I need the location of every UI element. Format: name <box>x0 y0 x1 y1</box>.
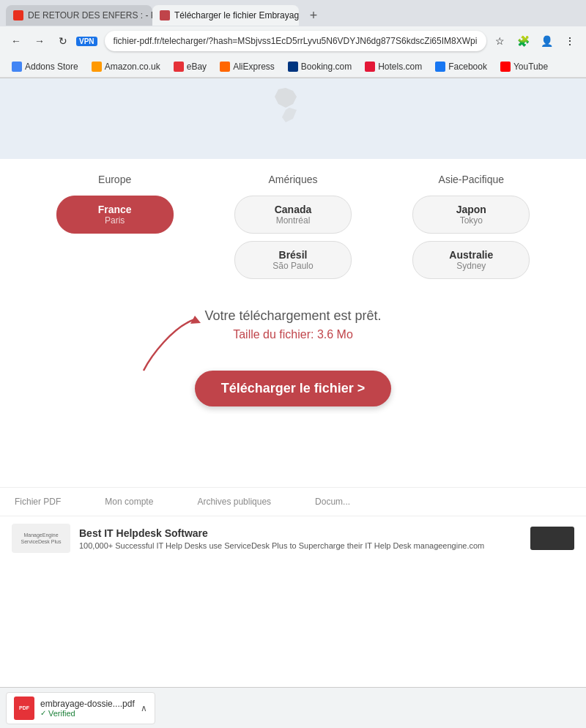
region-selector: Europe France Paris Amériques Canada Mon… <box>0 159 586 294</box>
vpn-badge: VPN <box>76 37 97 46</box>
server-japon[interactable]: Japon Tokyo <box>412 196 530 234</box>
addons-favicon <box>12 62 22 72</box>
bookmark-youtube[interactable]: YouTube <box>494 60 554 73</box>
file-size-text: Taille du fichier: 3.6 Mo <box>29 328 557 341</box>
bresil-sub: São Paulo <box>250 261 336 271</box>
booking-favicon <box>288 62 298 72</box>
ad-content: Best IT Helpdesk Software 100,000+ Succe… <box>79 527 522 550</box>
server-france[interactable]: France Paris <box>56 196 174 234</box>
australie-sub: Sydney <box>428 261 514 271</box>
youtube-favicon <box>500 62 511 72</box>
file-size-value: 3.6 Mo <box>317 328 353 341</box>
asie-header: Asie-Pacifique <box>386 174 557 185</box>
ad-logo: ManageEngineServiceDesk Plus <box>12 524 70 553</box>
bookmark-amazon[interactable]: Amazon.co.uk <box>86 60 166 73</box>
ameriques-col: Amériques Canada Montréal Brésil São Pau… <box>207 174 378 279</box>
extensions-button[interactable]: 🧩 <box>513 31 533 51</box>
canada-sub: Montréal <box>250 215 336 226</box>
bookmark-star-button[interactable]: ☆ <box>489 31 510 51</box>
forward-button[interactable]: → <box>29 31 50 51</box>
france-city: France <box>72 204 158 215</box>
bookmark-ebay[interactable]: eBay <box>168 60 212 73</box>
ad-logo-text: ManageEngineServiceDesk Plus <box>21 532 62 545</box>
australie-city: Australie <box>428 249 514 261</box>
footer-link-compte[interactable]: Mon compte <box>105 497 153 507</box>
ali-favicon <box>220 62 230 72</box>
tab-1-favicon <box>13 10 23 21</box>
map-area <box>0 78 586 159</box>
hotels-favicon <box>365 62 375 72</box>
asie-col: Asie-Pacifique Japon Tokyo Australie Syd… <box>386 174 557 279</box>
bookmark-booking[interactable]: Booking.com <box>282 60 357 73</box>
bookmark-facebook-label: Facebook <box>448 62 487 72</box>
france-sub: Paris <box>72 215 158 226</box>
bookmark-youtube-label: YouTube <box>513 62 548 72</box>
bookmark-ebay-label: eBay <box>187 62 207 72</box>
europe-header: Europe <box>29 174 200 185</box>
canada-city: Canada <box>250 204 336 215</box>
asie-servers: Japon Tokyo Australie Sydney <box>386 196 557 279</box>
bookmark-amazon-label: Amazon.co.uk <box>105 62 160 72</box>
bookmark-hotels[interactable]: Hotels.com <box>359 60 428 73</box>
file-size-label: Taille du fichier: <box>233 328 314 341</box>
bookmark-addons[interactable]: Addons Store <box>6 60 84 73</box>
bookmark-booking-label: Booking.com <box>301 62 352 72</box>
profile-button[interactable]: 👤 <box>536 31 557 51</box>
bookmark-ali-label: AliExpress <box>233 62 275 72</box>
ameriques-header: Amériques <box>207 174 378 185</box>
address-bar[interactable] <box>105 31 486 51</box>
nav-bar: ← → ↻ VPN ☆ 🧩 👤 ⋮ <box>0 26 586 56</box>
nav-right-icons: ☆ 🧩 👤 ⋮ <box>489 31 580 51</box>
new-tab-button[interactable]: + <box>303 5 324 26</box>
bookmarks-bar: Addons Store Amazon.co.uk eBay AliExpres… <box>0 56 586 78</box>
region-columns: Europe France Paris Amériques Canada Mon… <box>29 174 557 279</box>
menu-button[interactable]: ⋮ <box>560 31 580 51</box>
download-arrow-svg <box>129 312 217 385</box>
bookmark-ali[interactable]: AliExpress <box>214 60 281 73</box>
page-content: Europe France Paris Amériques Canada Mon… <box>0 78 586 560</box>
ameriques-servers: Canada Montréal Brésil São Paulo <box>207 196 378 279</box>
footer-link-archives[interactable]: Archives publiques <box>197 497 271 507</box>
footer-nav: Fichier PDF Mon compte Archives publique… <box>0 487 586 516</box>
tab-1-title: DE RETOUR DES ENFERS : - Page... <box>28 10 152 21</box>
ad-cta-button[interactable] <box>530 527 574 550</box>
bresil-city: Brésil <box>250 249 336 261</box>
server-canada[interactable]: Canada Montréal <box>234 196 352 234</box>
bookmark-addons-label: Addons Store <box>25 62 78 72</box>
download-button[interactable]: Télécharger le fichier > <box>195 371 392 406</box>
tab-1[interactable]: DE RETOUR DES ENFERS : - Page... ✕ <box>6 5 152 26</box>
bookmark-hotels-label: Hotels.com <box>378 62 422 72</box>
ad-description: 100,000+ Successful IT Help Desks use Se… <box>79 541 522 550</box>
refresh-button[interactable]: ↻ <box>53 31 73 51</box>
back-button[interactable]: ← <box>6 31 26 51</box>
japon-sub: Tokyo <box>428 215 514 226</box>
ad-title: Best IT Helpdesk Software <box>79 527 522 539</box>
download-section: Votre téléchargement est prêt. Taille du… <box>0 294 586 428</box>
tab-2[interactable]: Télécharger le fichier Embrayage ✕ <box>152 5 299 26</box>
browser-chrome: DE RETOUR DES ENFERS : - Page... ✕ Téléc… <box>0 0 586 78</box>
facebook-favicon <box>435 62 445 72</box>
footer-link-docu[interactable]: Docum... <box>315 497 350 507</box>
download-cta-area: Télécharger le fichier > <box>195 371 392 406</box>
server-australie[interactable]: Australie Sydney <box>412 241 530 279</box>
bookmark-facebook[interactable]: Facebook <box>429 60 493 73</box>
map-svg <box>183 82 403 155</box>
footer-link-fichier[interactable]: Fichier PDF <box>15 497 61 507</box>
europe-servers: France Paris <box>29 196 200 234</box>
download-ready-text: Votre téléchargement est prêt. <box>29 308 557 324</box>
ad-banner: ManageEngineServiceDesk Plus Best IT Hel… <box>0 516 586 560</box>
tab-2-title: Télécharger le fichier Embrayage <box>174 10 299 21</box>
tab-2-favicon <box>160 10 170 21</box>
japon-city: Japon <box>428 204 514 215</box>
ebay-favicon <box>174 62 184 72</box>
tab-bar: DE RETOUR DES ENFERS : - Page... ✕ Téléc… <box>0 0 586 26</box>
server-bresil[interactable]: Brésil São Paulo <box>234 241 352 279</box>
amazon-favicon <box>92 62 102 72</box>
europe-col: Europe France Paris <box>29 174 200 279</box>
